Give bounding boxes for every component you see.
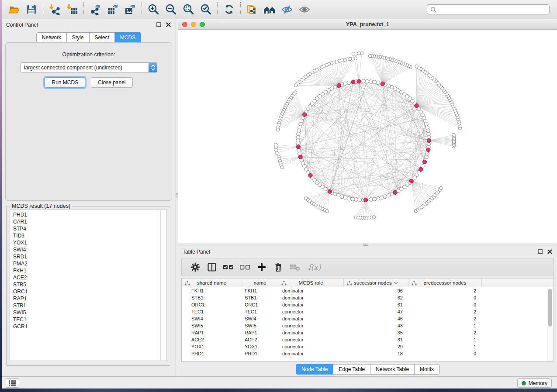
share-document-icon[interactable] <box>243 1 261 18</box>
float-panel-icon[interactable] <box>156 22 162 28</box>
tab-motifs[interactable]: Motifs <box>415 364 439 375</box>
optimization-criterion-select[interactable]: largest connected component (undirected) <box>20 62 157 72</box>
mcds-result-item[interactable]: STB1 <box>13 302 166 309</box>
search-input[interactable] <box>439 7 546 13</box>
mcds-result-item[interactable]: CAR1 <box>13 218 166 225</box>
column-header-predecessor-nodes[interactable]: predecessor nodes <box>408 279 482 287</box>
column-header-successor-nodes[interactable]: successor nodes <box>344 279 408 287</box>
mcds-result-item[interactable]: SRD1 <box>13 253 166 260</box>
network-graph <box>178 30 557 243</box>
zoom-selected-icon[interactable] <box>197 1 214 18</box>
table-row[interactable]: TEC1TEC1connector472 <box>182 308 554 315</box>
column-header-MCDS-role[interactable]: MCDS role <box>278 279 344 287</box>
tab-node-table[interactable]: Node Table <box>296 364 334 375</box>
network-window-titlebar[interactable]: YPA_prune.txt_1 <box>178 19 557 30</box>
mcds-result-item[interactable]: PHD1 <box>13 211 166 218</box>
column-header-shared-name[interactable]: shared name <box>182 279 242 287</box>
delete-column-icon[interactable] <box>270 259 287 275</box>
cell-name: RAP1 <box>242 330 278 335</box>
table-row[interactable]: SWI4SWI4dominator462 <box>182 315 554 322</box>
mcds-result-item[interactable]: FKH1 <box>13 267 166 274</box>
table-row[interactable]: YOX1YOX1connector291 <box>182 343 554 350</box>
mcds-result-item[interactable]: PMA2 <box>13 260 166 267</box>
cell-predecessor-nodes: 1 <box>408 323 482 328</box>
control-panel-titlebar: Control Panel <box>2 19 176 30</box>
birds-eye-view-icon[interactable] <box>296 1 313 18</box>
tab-mcds[interactable]: MCDS <box>115 32 141 43</box>
show-column-panel-icon[interactable] <box>204 259 220 275</box>
table-panel-title: Table Panel <box>183 249 210 255</box>
export-image-icon[interactable] <box>121 1 139 18</box>
tab-select[interactable]: Select <box>90 32 115 43</box>
table-row[interactable]: SWI5SWI5connector431 <box>182 322 554 329</box>
close-panel-icon[interactable] <box>547 249 553 254</box>
network-window-title: YPA_prune.txt_1 <box>178 21 557 28</box>
table-row[interactable]: FKH1FKH1dominator962 <box>182 287 554 294</box>
home-icon[interactable] <box>261 1 278 18</box>
function-builder-icon: f(x) <box>303 259 326 275</box>
mcds-result-item[interactable]: TEC1 <box>13 316 166 323</box>
mcds-result-item[interactable]: RAP1 <box>13 295 166 302</box>
refresh-icon[interactable] <box>220 1 238 18</box>
memory-button[interactable]: Memory <box>517 378 552 388</box>
close-panel-icon[interactable] <box>166 22 171 28</box>
cell-name: ACE2 <box>242 337 278 342</box>
deselect-all-rows-icon[interactable] <box>237 259 253 275</box>
zoom-out-icon[interactable] <box>162 1 180 18</box>
search-field[interactable] <box>427 4 550 14</box>
table-scrollbar-thumb[interactable] <box>548 289 552 327</box>
mcds-result-item[interactable]: SWI5 <box>13 309 166 316</box>
mcds-result-item[interactable]: STP4 <box>13 225 166 232</box>
table-row[interactable]: ORC1ORC1dominator610 <box>182 301 554 308</box>
delete-table-icon-disabled <box>287 259 303 275</box>
mcds-result-item[interactable]: TID3 <box>13 232 166 239</box>
select-all-rows-icon[interactable] <box>220 259 237 275</box>
mcds-result-item[interactable]: ACE2 <box>13 274 166 281</box>
import-network-icon[interactable] <box>46 1 63 18</box>
column-header-name[interactable]: name <box>242 279 278 287</box>
horizontal-split-grip[interactable] <box>363 244 368 246</box>
table-row[interactable]: PHD1PHD1dominator180 <box>182 350 554 357</box>
close-panel-button[interactable]: Close panel <box>91 77 132 88</box>
cell-shared-name: ACE2 <box>182 337 242 342</box>
mcds-result-item[interactable]: ORC1 <box>13 288 166 295</box>
mcds-result-item[interactable]: YOX1 <box>13 239 166 246</box>
table-row[interactable]: ACE2ACE2connector311 <box>182 336 554 343</box>
open-session-icon[interactable] <box>5 1 23 18</box>
cell-predecessor-nodes: 2 <box>408 330 482 335</box>
mcds-result-item[interactable]: STB5 <box>13 281 166 288</box>
cell-MCDS-role: dominator <box>278 316 344 321</box>
table-row[interactable]: STB1STB1dominator620 <box>182 294 554 301</box>
tab-network-table[interactable]: Network Table <box>370 364 415 375</box>
cell-successor-nodes: 18 <box>344 351 408 356</box>
save-session-icon[interactable] <box>23 1 40 18</box>
table-settings-gear-icon[interactable] <box>187 259 204 275</box>
tab-edge-table[interactable]: Edge Table <box>333 364 370 375</box>
task-history-list-icon[interactable] <box>6 378 19 388</box>
toolbar-separator <box>142 2 142 17</box>
tab-style[interactable]: Style <box>67 32 90 43</box>
table-scrollbar[interactable] <box>547 288 553 361</box>
zoom-fit-icon[interactable] <box>180 1 197 18</box>
add-column-icon[interactable] <box>253 259 270 275</box>
cell-shared-name: YOX1 <box>182 344 242 349</box>
mcds-list-scrollbar[interactable] <box>160 210 166 361</box>
mcds-result-item[interactable]: GCR1 <box>13 323 166 330</box>
cell-MCDS-role: dominator <box>278 330 344 335</box>
network-canvas[interactable] <box>178 30 557 243</box>
hide-graphics-details-icon[interactable] <box>278 1 296 18</box>
float-panel-icon[interactable] <box>537 249 543 254</box>
mcds-result-list[interactable]: PHD1CAR1STP4TID3YOX1SWI4SRD1PMA2FKH1ACE2… <box>10 210 167 361</box>
export-network-icon[interactable] <box>86 1 104 18</box>
sort-descending-icon <box>394 282 398 284</box>
run-mcds-button[interactable]: Run MCDS <box>45 77 85 88</box>
mcds-result-item[interactable]: SWI4 <box>13 246 166 253</box>
mcds-result-title: MCDS result (17 nodes) <box>10 203 72 209</box>
import-table-icon[interactable] <box>63 1 81 18</box>
cell-successor-nodes: 29 <box>344 344 408 349</box>
cell-predecessor-nodes: 1 <box>408 344 482 349</box>
table-row[interactable]: RAP1RAP1dominator352 <box>182 329 554 336</box>
tab-network[interactable]: Network <box>36 32 67 43</box>
export-table-icon[interactable] <box>104 1 121 18</box>
zoom-in-icon[interactable] <box>145 1 162 18</box>
